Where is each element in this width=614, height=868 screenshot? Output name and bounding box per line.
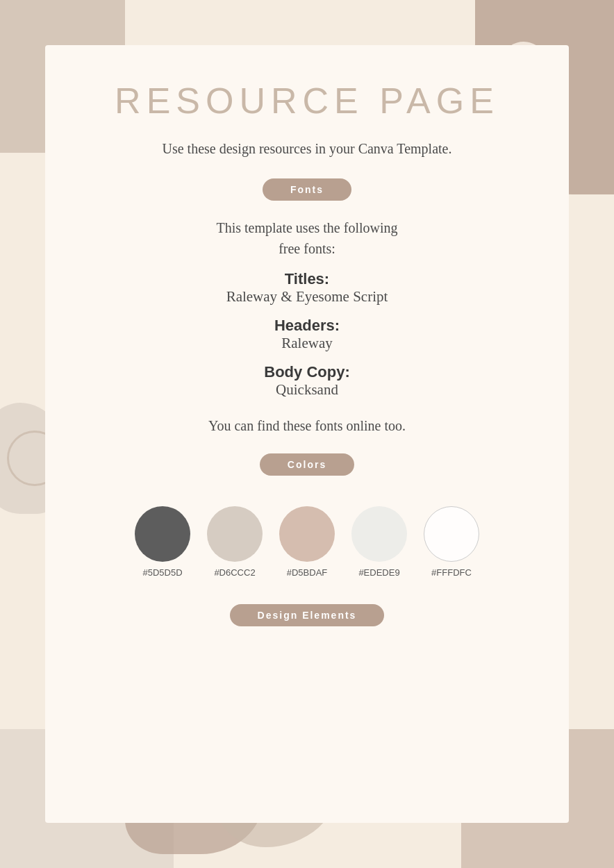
design-elements-badge: Design Elements: [230, 604, 385, 626]
font-entry-titles: Titles: Raleway & Eyesome Script: [226, 270, 388, 314]
colors-section: Colors #5D5D5D #D6CCC2 #D5BDAF #EDEDE9: [87, 453, 527, 585]
font-label-headers: Headers:: [274, 317, 340, 335]
colors-badge: Colors: [260, 453, 354, 476]
color-label-2: #D6CCC2: [214, 567, 255, 578]
color-label-5: #FFFDFC: [431, 567, 472, 578]
main-card: RESOURCE PAGE Use these design resources…: [45, 45, 569, 823]
page-subtitle: Use these design resources in your Canva…: [162, 138, 451, 159]
color-swatch-4: #EDEDE9: [351, 506, 407, 578]
color-swatch-2: #D6CCC2: [207, 506, 263, 578]
find-fonts-text: You can find these fonts online too.: [208, 418, 406, 434]
font-entry-headers: Headers: Raleway: [274, 317, 340, 360]
color-swatches-container: #5D5D5D #D6CCC2 #D5BDAF #EDEDE9 #FFFDFC: [135, 506, 479, 578]
color-circle-4: [351, 506, 407, 562]
font-entry-body: Body Copy: Quicksand: [264, 363, 349, 407]
color-label-4: #EDEDE9: [358, 567, 399, 578]
color-swatch-3: #D5BDAF: [279, 506, 335, 578]
font-value-titles: Raleway & Eyesome Script: [226, 288, 388, 306]
color-label-3: #D5BDAF: [287, 567, 328, 578]
color-swatch-1: #5D5D5D: [135, 506, 190, 578]
color-circle-2: [207, 506, 263, 562]
color-label-1: #5D5D5D: [142, 567, 182, 578]
color-circle-1: [135, 506, 190, 562]
fonts-description: This template uses the followingfree fon…: [216, 217, 397, 259]
font-value-body: Quicksand: [264, 381, 349, 399]
font-value-headers: Raleway: [274, 335, 340, 352]
fonts-badge: Fonts: [263, 178, 351, 201]
font-label-titles: Titles:: [226, 270, 388, 288]
color-circle-5: [424, 506, 479, 562]
color-circle-3: [279, 506, 335, 562]
font-label-body: Body Copy:: [264, 363, 349, 381]
color-swatch-5: #FFFDFC: [424, 506, 479, 578]
page-title: RESOURCE PAGE: [115, 80, 499, 122]
